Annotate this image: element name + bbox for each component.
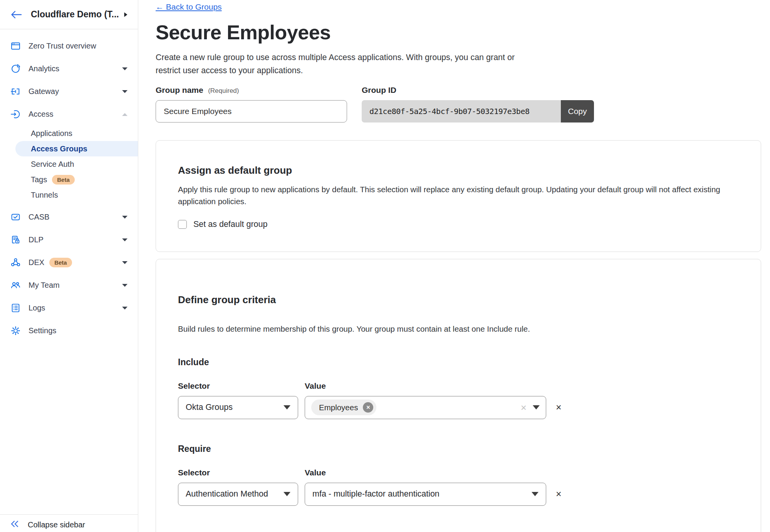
sidebar-item-settings[interactable]: Settings bbox=[0, 319, 138, 342]
sidebar-item-label: Zero Trust overview bbox=[29, 42, 96, 50]
criteria-heading: Define group criteria bbox=[178, 294, 738, 306]
value-tag: Employees ✕ bbox=[311, 399, 376, 415]
chevron-down-icon bbox=[122, 305, 128, 312]
sidebar-item-tunnels[interactable]: Tunnels bbox=[0, 187, 138, 203]
log-list-icon bbox=[10, 303, 21, 313]
include-selector-dropdown[interactable]: Okta Groups bbox=[178, 396, 298, 419]
copy-button[interactable]: Copy bbox=[561, 100, 594, 123]
collapse-sidebar-label: Collapse sidebar bbox=[28, 520, 85, 529]
collapse-sidebar-button[interactable]: Collapse sidebar bbox=[0, 514, 138, 532]
document-lock-icon bbox=[10, 235, 21, 245]
include-heading: Include bbox=[178, 357, 738, 368]
group-name-field-group: Group name (Required) bbox=[156, 86, 347, 123]
value-tag-label: Employees bbox=[319, 403, 358, 412]
sidebar: Cloudflare Demo (T... Zero Trust overvie… bbox=[0, 0, 138, 532]
network-nodes-icon bbox=[10, 257, 21, 268]
group-id-wrap: d21ce80f-5a25-4bcf-9b07-5032197e3be8 Cop… bbox=[362, 100, 594, 123]
set-default-group-label: Set as default group bbox=[193, 220, 267, 229]
pie-chart-icon bbox=[10, 64, 21, 74]
sidebar-item-analytics[interactable]: Analytics bbox=[0, 57, 138, 80]
chevron-down-icon bbox=[122, 65, 128, 72]
require-value-label: Value bbox=[305, 468, 546, 477]
back-arrow-icon[interactable] bbox=[10, 10, 22, 20]
access-submenu: Applications Access Groups Service Auth … bbox=[0, 126, 138, 206]
sidebar-item-label: Analytics bbox=[29, 64, 59, 73]
chevron-down-icon bbox=[122, 259, 128, 266]
chevron-down-icon bbox=[122, 282, 128, 289]
remove-tag-icon[interactable]: ✕ bbox=[363, 402, 373, 413]
sidebar-item-label: Access Groups bbox=[31, 144, 87, 153]
sidebar-nav: Zero Trust overview Analytics Gateway Ac… bbox=[0, 29, 138, 514]
set-default-group-checkbox[interactable] bbox=[178, 220, 187, 229]
include-value-multiselect[interactable]: Employees ✕ × bbox=[305, 396, 546, 419]
require-selector-dropdown[interactable]: Authentication Method bbox=[178, 483, 298, 506]
sidebar-item-service-auth[interactable]: Service Auth bbox=[0, 156, 138, 172]
sidebar-item-label: CASB bbox=[29, 213, 49, 222]
chevron-down-icon bbox=[122, 88, 128, 95]
chevron-down-icon bbox=[532, 492, 538, 496]
sidebar-item-logs[interactable]: Logs bbox=[0, 297, 138, 319]
include-selector-label: Selector bbox=[178, 381, 298, 391]
people-icon bbox=[10, 280, 21, 290]
sidebar-item-label: DLP bbox=[29, 235, 44, 244]
chevron-down-icon bbox=[284, 492, 290, 496]
criteria-description: Build rules to determine membership of t… bbox=[178, 323, 733, 335]
group-name-input[interactable] bbox=[156, 100, 347, 123]
require-heading: Require bbox=[178, 444, 738, 454]
account-switcher-caret-icon[interactable] bbox=[124, 12, 128, 18]
include-selector-value: Okta Groups bbox=[186, 403, 233, 412]
group-id-value: d21ce80f-5a25-4bcf-9b07-5032197e3be8 bbox=[362, 100, 561, 123]
remove-include-rule-icon[interactable]: × bbox=[556, 403, 738, 412]
casb-check-icon bbox=[10, 212, 21, 222]
sidebar-item-dlp[interactable]: DLP bbox=[0, 228, 138, 251]
sidebar-item-my-team[interactable]: My Team bbox=[0, 274, 138, 297]
chevron-down-icon bbox=[284, 405, 290, 409]
remove-require-rule-icon[interactable]: × bbox=[556, 489, 738, 499]
sidebar-item-dex[interactable]: DEX Beta bbox=[0, 251, 138, 274]
sidebar-item-tags[interactable]: Tags Beta bbox=[0, 172, 138, 187]
page-description: Create a new rule group to use across mu… bbox=[156, 51, 541, 77]
chevron-down-icon bbox=[122, 214, 128, 221]
sidebar-item-gateway[interactable]: Gateway bbox=[0, 80, 138, 103]
window-icon bbox=[10, 41, 21, 51]
default-group-checkbox-row: Set as default group bbox=[178, 220, 738, 229]
sidebar-item-label: Service Auth bbox=[31, 160, 74, 169]
chevron-down-icon bbox=[122, 237, 128, 243]
criteria-card: Define group criteria Build rules to det… bbox=[156, 259, 761, 532]
account-name: Cloudflare Demo (T... bbox=[31, 9, 121, 20]
beta-badge: Beta bbox=[52, 175, 75, 185]
access-login-icon bbox=[10, 109, 21, 119]
include-value-label: Value bbox=[305, 381, 546, 391]
back-to-groups-link[interactable]: ← Back to Groups bbox=[156, 2, 222, 12]
sidebar-item-access-groups[interactable]: Access Groups bbox=[15, 141, 138, 156]
sidebar-item-applications[interactable]: Applications bbox=[0, 126, 138, 141]
clear-values-icon[interactable]: × bbox=[521, 403, 527, 413]
sidebar-item-label: Logs bbox=[29, 304, 45, 312]
sidebar-item-label: Tags bbox=[31, 175, 47, 184]
sidebar-item-label: My Team bbox=[29, 281, 60, 290]
sidebar-item-casb[interactable]: CASB bbox=[0, 206, 138, 228]
sidebar-item-access[interactable]: Access bbox=[0, 103, 138, 126]
default-group-card: Assign as default group Apply this rule … bbox=[156, 140, 761, 252]
beta-badge: Beta bbox=[49, 258, 72, 267]
require-value-dropdown[interactable]: mfa - multiple-factor authentication bbox=[305, 483, 546, 506]
group-id-field-group: Group ID d21ce80f-5a25-4bcf-9b07-5032197… bbox=[362, 86, 594, 123]
chevron-down-icon bbox=[533, 405, 540, 409]
sidebar-item-label: Tunnels bbox=[31, 191, 58, 200]
group-name-label: Group name bbox=[156, 86, 203, 94]
default-group-description: Apply this rule group to new application… bbox=[178, 183, 733, 207]
sidebar-item-zero-trust-overview[interactable]: Zero Trust overview bbox=[0, 35, 138, 57]
group-meta-row: Group name (Required) Group ID d21ce80f-… bbox=[156, 86, 770, 123]
require-value-text: mfa - multiple-factor authentication bbox=[312, 489, 440, 499]
sidebar-item-label: Access bbox=[29, 110, 53, 119]
default-group-heading: Assign as default group bbox=[178, 164, 738, 176]
sidebar-item-label: Settings bbox=[29, 326, 56, 335]
include-rule-row: Selector Value Okta Groups Employees ✕ ×… bbox=[178, 381, 738, 419]
required-hint: (Required) bbox=[208, 87, 239, 94]
double-chevron-left-icon bbox=[10, 520, 19, 530]
group-id-label: Group ID bbox=[362, 86, 594, 95]
sidebar-item-label: Gateway bbox=[29, 87, 59, 96]
account-header: Cloudflare Demo (T... bbox=[0, 0, 138, 29]
sidebar-item-label: DEX bbox=[29, 258, 44, 267]
main-content: ← Back to Groups Secure Employees Create… bbox=[138, 0, 770, 532]
